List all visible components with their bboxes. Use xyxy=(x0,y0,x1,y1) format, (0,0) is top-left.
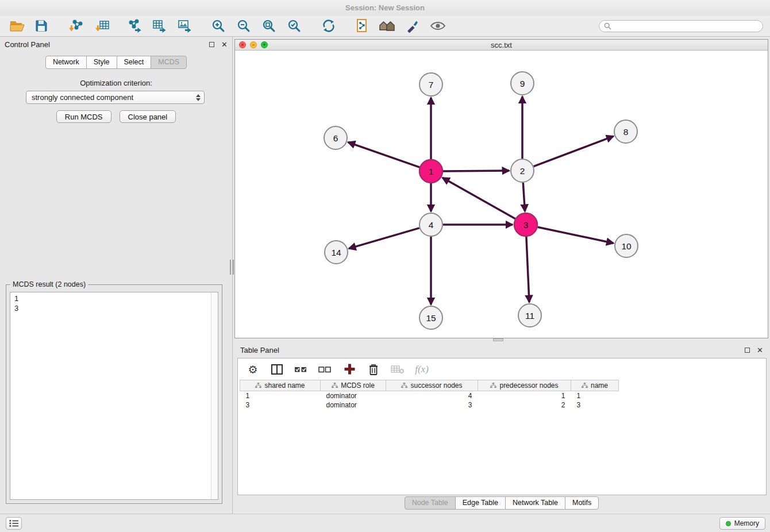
table-cell[interactable]: 2 xyxy=(478,400,571,410)
open-session-button[interactable] xyxy=(8,17,26,35)
select-all-columns-button[interactable] xyxy=(294,362,308,377)
graph-node-label: 14 xyxy=(331,248,341,257)
column-header-successor-nodes[interactable]: successor nodes xyxy=(386,380,478,391)
table-cell[interactable]: 3 xyxy=(386,400,478,410)
column-tree-icon xyxy=(255,382,261,390)
graph-node-label: 10 xyxy=(621,241,632,251)
create-column-button[interactable] xyxy=(342,362,356,377)
graph-node-2[interactable]: 2 xyxy=(511,159,534,182)
save-session-button[interactable] xyxy=(32,17,51,35)
criterion-selected-value: strongly connected component xyxy=(32,93,133,102)
graph-node-9[interactable]: 9 xyxy=(511,72,534,95)
graph-edge-3-11[interactable] xyxy=(526,237,529,302)
apply-layout-button[interactable] xyxy=(319,17,338,35)
graph-node-label: 2 xyxy=(520,166,525,176)
column-header-mcds-role[interactable]: MCDS role xyxy=(321,380,386,391)
tab-mcds[interactable]: MCDS xyxy=(151,56,187,69)
export-table-button[interactable] xyxy=(151,17,169,35)
vertical-splitter-grip[interactable] xyxy=(230,260,234,275)
run-mcds-button[interactable]: Run MCDS xyxy=(56,110,111,123)
graph-edge-3-1[interactable] xyxy=(442,178,515,218)
maximize-window-icon[interactable]: + xyxy=(261,41,268,48)
mcds-actions: Run MCDS Close panel xyxy=(0,110,232,123)
zoom-selected-button[interactable] xyxy=(285,17,303,35)
table-settings-button[interactable]: ⚙ xyxy=(246,362,260,377)
delete-column-button[interactable] xyxy=(367,362,380,377)
graph-node-15[interactable]: 15 xyxy=(419,306,442,329)
task-history-button[interactable] xyxy=(6,517,22,530)
tab-edge-table[interactable]: Edge Table xyxy=(455,496,506,510)
graph-node-7[interactable]: 7 xyxy=(419,73,442,96)
graph-node-4[interactable]: 4 xyxy=(419,213,442,236)
tab-network[interactable]: Network xyxy=(45,56,87,69)
unselect-all-columns-button[interactable] xyxy=(318,362,332,377)
table-cell[interactable]: dominator xyxy=(321,400,386,410)
table-cell[interactable]: 4 xyxy=(386,391,478,400)
graph-edge-2-8[interactable] xyxy=(534,136,614,167)
graph-edge-1-6[interactable] xyxy=(348,142,420,168)
graph-node-3[interactable]: 3 xyxy=(514,213,537,236)
zoom-out-button[interactable] xyxy=(234,17,253,35)
table-cell[interactable]: 1 xyxy=(478,391,571,400)
table-cell[interactable]: 3 xyxy=(240,400,321,410)
tab-select[interactable]: Select xyxy=(117,56,152,69)
tab-motifs[interactable]: Motifs xyxy=(565,496,599,510)
graph-node-11[interactable]: 11 xyxy=(518,304,541,327)
column-header-shared-name[interactable]: shared name xyxy=(240,380,321,391)
table-cell[interactable]: dominator xyxy=(321,391,386,400)
apply-style-button[interactable] xyxy=(403,17,422,35)
mcds-result-list[interactable]: 1 3 xyxy=(10,292,218,500)
float-table-panel-icon[interactable] xyxy=(745,348,750,353)
graph-node-6[interactable]: 6 xyxy=(324,126,347,149)
mcds-result-group: MCDS result (2 nodes) 1 3 xyxy=(6,284,222,504)
window-controls: × − + xyxy=(239,41,268,48)
result-scrollbar[interactable] xyxy=(211,292,218,499)
column-header-predecessor-nodes[interactable]: predecessor nodes xyxy=(478,380,571,391)
column-header-name[interactable]: name xyxy=(571,380,619,391)
show-hide-button[interactable] xyxy=(429,17,447,35)
graph-edge-4-14[interactable] xyxy=(349,228,419,249)
close-table-panel-icon[interactable]: ✕ xyxy=(757,346,763,354)
import-network-button[interactable] xyxy=(67,17,85,35)
tab-style[interactable]: Style xyxy=(86,56,117,69)
zoom-fit-button[interactable] xyxy=(260,17,278,35)
column-tree-icon xyxy=(401,382,407,390)
memory-button[interactable]: Memory xyxy=(719,517,765,530)
float-panel-icon[interactable] xyxy=(209,42,214,47)
search-box[interactable] xyxy=(599,20,763,32)
home-button[interactable] xyxy=(378,17,396,35)
export-network-button[interactable] xyxy=(125,17,144,35)
title-bar[interactable]: Session: New Session xyxy=(0,0,770,16)
graph-node-8[interactable]: 8 xyxy=(614,120,637,143)
graph-node-label: 6 xyxy=(333,133,338,143)
search-input[interactable] xyxy=(614,22,758,30)
close-panel-button[interactable]: Close panel xyxy=(120,110,176,123)
graph-edge-1-2[interactable] xyxy=(443,171,509,171)
close-panel-icon[interactable]: ✕ xyxy=(221,41,228,48)
table-cell[interactable]: 3 xyxy=(571,400,619,410)
network-window-titlebar[interactable]: × − + scc.txt xyxy=(235,40,768,51)
minimize-window-icon[interactable]: − xyxy=(250,41,257,48)
network-canvas[interactable]: 1234678910111415 xyxy=(235,51,768,337)
import-table-button[interactable] xyxy=(93,17,111,35)
export-image-button[interactable] xyxy=(176,17,194,35)
table-cell[interactable]: 1 xyxy=(240,391,321,400)
close-window-icon[interactable]: × xyxy=(239,41,246,48)
show-columns-button[interactable] xyxy=(270,362,284,377)
table-cell[interactable]: 1 xyxy=(571,391,619,400)
graph-edge-3-10[interactable] xyxy=(538,227,614,243)
horizontal-splitter-grip[interactable] xyxy=(493,338,503,341)
graph-node-14[interactable]: 14 xyxy=(325,241,348,264)
duplicate-network-button[interactable] xyxy=(353,17,371,35)
zoom-in-button[interactable] xyxy=(209,17,228,35)
graph-node-1[interactable]: 1 xyxy=(419,160,442,183)
table-row[interactable]: 3dominator323 xyxy=(240,400,619,410)
tab-network-table[interactable]: Network Table xyxy=(505,496,565,510)
criterion-dropdown[interactable]: strongly connected component xyxy=(26,91,205,104)
table-row[interactable]: 1dominator411 xyxy=(240,391,619,400)
graph-node-10[interactable]: 10 xyxy=(615,234,638,257)
graph-edge-2-3[interactable] xyxy=(523,183,525,211)
table-header-row: shared nameMCDS rolesuccessor nodesprede… xyxy=(240,380,619,391)
tab-node-table[interactable]: Node Table xyxy=(405,496,456,510)
export-table-icon xyxy=(152,19,167,33)
